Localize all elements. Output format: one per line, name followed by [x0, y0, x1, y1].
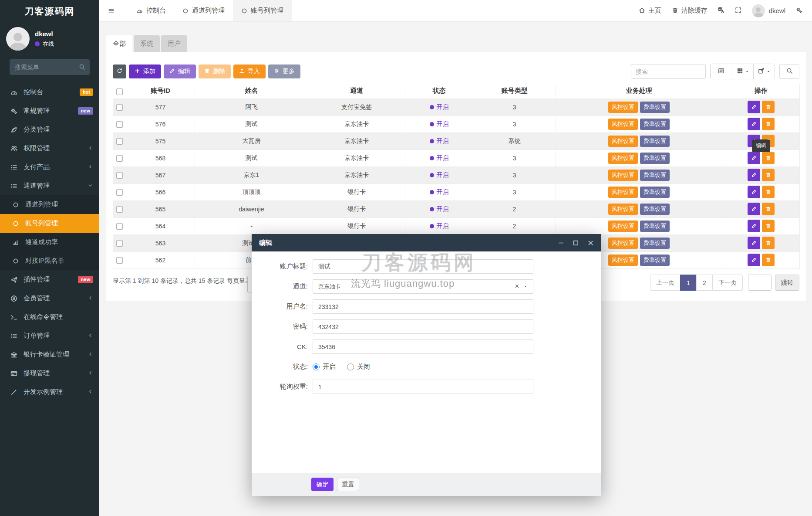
- sidebar-item-order[interactable]: 订单管理: [0, 326, 99, 345]
- pagination-jump-button[interactable]: 跳转: [775, 275, 799, 291]
- reset-button[interactable]: 重置: [337, 478, 359, 491]
- user-menu[interactable]: dkewl: [752, 4, 785, 17]
- row-delete-button[interactable]: [762, 186, 775, 198]
- risk-settings-button[interactable]: 风控设置: [608, 187, 638, 198]
- confirm-button[interactable]: 确定: [311, 478, 334, 491]
- account-title-input[interactable]: 测试: [313, 259, 533, 274]
- sidebar-item-category[interactable]: 分类管理: [0, 120, 99, 139]
- clear-cache-link[interactable]: 清除缓存: [672, 7, 708, 15]
- sidebar-item-bankcard-verify[interactable]: 银行卡验证管理: [0, 345, 99, 364]
- import-button[interactable]: 导入: [233, 64, 266, 78]
- fee-settings-button[interactable]: 费率设置: [640, 238, 670, 249]
- risk-settings-button[interactable]: 风控设置: [608, 136, 638, 147]
- select-all-checkbox[interactable]: [116, 88, 123, 95]
- edit-button[interactable]: 编辑: [164, 64, 196, 78]
- radio-option-关闭[interactable]: 关闭: [347, 363, 370, 371]
- fee-settings-button[interactable]: 费率设置: [640, 119, 670, 130]
- filter-tab-系统[interactable]: 系统: [134, 35, 160, 52]
- sidebar-item-withdraw[interactable]: 提现管理: [0, 364, 99, 383]
- username-input[interactable]: 233132: [313, 299, 533, 314]
- fee-settings-button[interactable]: 费率设置: [640, 204, 670, 215]
- risk-settings-button[interactable]: 风控设置: [608, 204, 638, 215]
- row-edit-button[interactable]: [748, 237, 760, 249]
- ck-input[interactable]: 35436: [313, 339, 533, 354]
- toggle-detail-view-button[interactable]: [711, 64, 732, 79]
- maximize-icon[interactable]: [573, 240, 579, 246]
- pagination-page-1[interactable]: 1: [680, 275, 697, 291]
- sidebar-item-channel-success-rate[interactable]: 通道成功率: [0, 233, 99, 251]
- row-checkbox[interactable]: [116, 189, 123, 196]
- radio-checked-icon[interactable]: [313, 363, 320, 370]
- navbar-tab-dashboard[interactable]: 控制台: [128, 0, 174, 21]
- row-edit-button[interactable]: [748, 254, 760, 266]
- fee-settings-button[interactable]: 费率设置: [640, 136, 670, 147]
- risk-settings-button[interactable]: 风控设置: [608, 102, 638, 113]
- sidebar-item-plugin[interactable]: 插件管理new: [0, 270, 99, 289]
- row-edit-button[interactable]: [748, 169, 760, 181]
- risk-settings-button[interactable]: 风控设置: [608, 221, 638, 232]
- sidebar-item-ip-blacklist[interactable]: 对接IP黑名单: [0, 251, 99, 270]
- row-checkbox[interactable]: [116, 121, 123, 128]
- settings-button[interactable]: [796, 7, 802, 15]
- sidebar-item-member[interactable]: 会员管理: [0, 289, 99, 308]
- row-edit-button[interactable]: [748, 186, 760, 198]
- row-edit-button[interactable]: [748, 118, 760, 130]
- hamburger-menu-icon[interactable]: [99, 7, 123, 14]
- add-button[interactable]: 添加: [129, 64, 161, 78]
- fullscreen-button[interactable]: [735, 7, 741, 15]
- sidebar-item-channel-list[interactable]: 通道列管理: [0, 195, 99, 214]
- password-input[interactable]: 432432: [313, 319, 533, 334]
- sidebar-item-account-list[interactable]: 账号列管理: [0, 214, 99, 233]
- navbar-tab-account-list[interactable]: 账号列管理: [233, 0, 292, 21]
- clear-icon[interactable]: [515, 283, 519, 290]
- fee-settings-button[interactable]: 费率设置: [640, 170, 670, 181]
- row-delete-button[interactable]: [762, 220, 775, 232]
- table-search-input[interactable]: [631, 64, 706, 79]
- sidebar-item-permission[interactable]: 权限管理: [0, 139, 99, 158]
- sidebar-search-input[interactable]: [10, 59, 90, 75]
- sidebar-item-channel[interactable]: 通道管理: [0, 177, 99, 195]
- row-checkbox[interactable]: [116, 104, 123, 111]
- search-button[interactable]: [779, 64, 799, 79]
- close-icon[interactable]: [587, 240, 594, 246]
- pagination-prev[interactable]: 上一页: [650, 275, 681, 291]
- translate-button[interactable]: [718, 7, 724, 15]
- fee-settings-button[interactable]: 费率设置: [640, 187, 670, 198]
- row-checkbox[interactable]: [116, 172, 123, 179]
- fee-settings-button[interactable]: 费率设置: [640, 221, 670, 232]
- risk-settings-button[interactable]: 风控设置: [608, 170, 638, 181]
- export-dropdown-button[interactable]: [753, 64, 775, 79]
- caret-down-icon[interactable]: [523, 283, 528, 290]
- row-delete-button[interactable]: [762, 169, 775, 181]
- row-delete-button[interactable]: [762, 203, 775, 215]
- sidebar-item-online-cmd[interactable]: 在线命令管理: [0, 308, 99, 326]
- filter-tab-全部[interactable]: 全部: [106, 35, 132, 52]
- fee-settings-button[interactable]: 费率设置: [640, 255, 670, 266]
- row-edit-button[interactable]: [748, 220, 760, 232]
- sidebar-item-dashboard[interactable]: 控制台hot: [0, 83, 99, 102]
- fee-settings-button[interactable]: 费率设置: [640, 153, 670, 164]
- columns-dropdown-button[interactable]: [732, 64, 753, 79]
- row-edit-button[interactable]: [748, 101, 760, 113]
- risk-settings-button[interactable]: 风控设置: [608, 153, 638, 164]
- home-link[interactable]: 主页: [639, 7, 661, 15]
- fee-settings-button[interactable]: 费率设置: [640, 102, 670, 113]
- minimize-icon[interactable]: [558, 240, 564, 246]
- modal-titlebar[interactable]: 编辑: [252, 234, 601, 251]
- row-checkbox[interactable]: [116, 206, 123, 213]
- row-edit-button[interactable]: [748, 152, 760, 164]
- row-delete-button[interactable]: [762, 152, 775, 164]
- row-checkbox[interactable]: [116, 257, 123, 264]
- channel-select[interactable]: 京东油卡: [313, 279, 533, 294]
- risk-settings-button[interactable]: 风控设置: [608, 255, 638, 266]
- row-checkbox[interactable]: [116, 223, 123, 230]
- pagination-page-2[interactable]: 2: [696, 275, 713, 291]
- sidebar-item-pay-product[interactable]: 支付产品: [0, 158, 99, 177]
- risk-settings-button[interactable]: 风控设置: [608, 119, 638, 130]
- row-delete-button[interactable]: [762, 237, 775, 249]
- row-edit-button[interactable]: [748, 203, 760, 215]
- navbar-tab-channel-list[interactable]: 通道列管理: [174, 0, 233, 21]
- poll-weight-input[interactable]: 1: [313, 380, 533, 394]
- pagination-next[interactable]: 下一页: [712, 275, 743, 291]
- more-button[interactable]: 更多: [268, 64, 300, 78]
